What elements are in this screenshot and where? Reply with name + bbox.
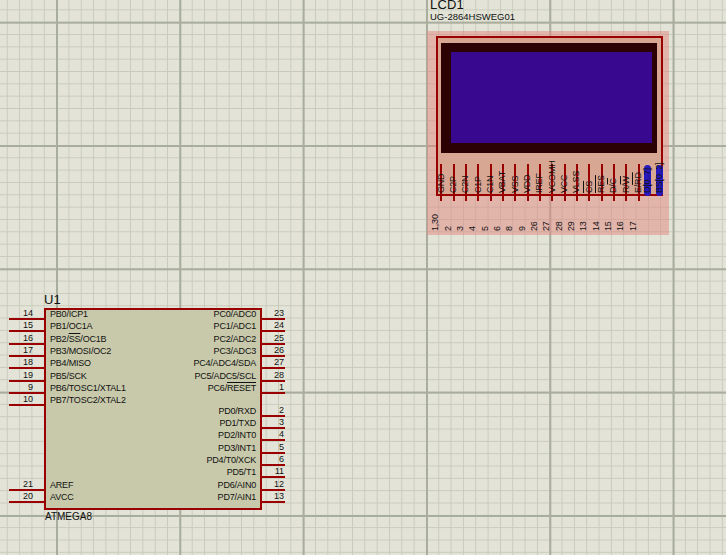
text-segment: C2N — [460, 176, 470, 193]
lcd-pin-number: 15 — [604, 221, 613, 231]
lcd-pin-number: 5 — [481, 226, 490, 231]
lcd-pin-name: VCOMH — [548, 161, 557, 194]
text-segment: VSS — [510, 176, 520, 193]
lcd-pin-number: 4 — [468, 226, 477, 231]
lcd-pin-name: C1N — [486, 176, 495, 193]
mcu-pin-name: PD7/AIN1 — [69, 492, 256, 503]
lcd-pin-number: 6 — [493, 226, 502, 231]
text-segment: PC1/ADC1 — [214, 321, 256, 331]
lcd-pin-name: C2P — [449, 176, 458, 193]
text-segment: PB2/ — [50, 334, 69, 344]
text-segment: PC0/ADC0 — [214, 309, 256, 319]
lcd-pin-name: VCC — [560, 175, 569, 193]
lcd-pin-name: GND — [437, 174, 446, 193]
text-segment: PC4/ADC4/SDA — [193, 358, 256, 368]
mcu-pin-number: 10 — [11, 394, 33, 404]
mcu-pin-line[interactable] — [262, 392, 285, 394]
overline-segment: CS — [584, 181, 594, 193]
text-segment: IREF — [534, 173, 544, 193]
text-segment: PC6/ — [208, 383, 227, 393]
overline-segment: W — [621, 176, 631, 184]
lcd-pin-number: 1,30 — [431, 214, 440, 231]
text-segment: PB7/TOSC2/XTAL2 — [50, 395, 126, 405]
mcu-pin-name: PD1/TXD — [69, 418, 256, 429]
lcd-pin-number: 13 — [579, 221, 588, 231]
mcu-pin-number: 18 — [11, 357, 33, 367]
lcd-pin-area: GND1,30C2P2C2N3C1P4C1N5VBAT6VSS8VDD9IREF… — [427, 0, 669, 236]
lcd1-component[interactable]: LCD1 UG-2864HSWEG01 GND1,30C2P2C2N3C1P4C… — [427, 0, 669, 236]
mcu-pin-number: 1 — [262, 382, 284, 392]
mcu-pin-name: PD4/T0/XCK — [69, 455, 256, 466]
mcu-pin-number: 15 — [11, 320, 33, 330]
mcu-pin-number: 28 — [262, 370, 284, 380]
mcu-pin-number: 17 — [11, 345, 33, 355]
mcu-pin-name: PC6/RESET — [69, 383, 256, 394]
lcd-pin-name: D/C — [609, 178, 618, 193]
lcd-pin-name: CS — [585, 181, 594, 193]
mcu-pin-name: PD3/INT1 — [69, 443, 256, 454]
text-segment: VDD — [522, 175, 532, 193]
mcu-pin-number: 20 — [11, 491, 33, 501]
mcu-pin-number: 4 — [262, 429, 284, 439]
text-segment: VBAT — [497, 171, 507, 193]
mcu-pin-number: 3 — [262, 417, 284, 427]
text-segment: C2P — [448, 176, 458, 193]
mcu-pin-number: 2 — [262, 405, 284, 415]
text-segment: PD6/AIN0 — [218, 480, 256, 490]
overline-segment: RESET — [227, 383, 256, 393]
text-segment: PD3/INT1 — [218, 443, 256, 453]
text-segment: VCC — [559, 175, 569, 193]
mcu-pin-number: 16 — [11, 333, 33, 343]
mcu-pin-number: 27 — [262, 357, 284, 367]
lcd-pin-number: 28 — [555, 221, 564, 231]
mcu-pin-line[interactable] — [262, 501, 285, 503]
lcd-pin-name: VSS — [511, 176, 520, 193]
mcu-pin-line[interactable] — [9, 501, 44, 503]
mcu-pin-number: 5 — [262, 442, 284, 452]
lcd-pin-number: 3 — [456, 226, 465, 231]
mcu-pin-name: PD0/RXD — [69, 406, 256, 417]
lcd-pin-name: VLSS — [572, 171, 581, 193]
mcu-pin-number: 24 — [262, 320, 284, 330]
text-segment: PD0/RXD — [218, 406, 256, 416]
text-segment: D/ — [608, 184, 618, 193]
text-segment: PD1/TXD — [219, 418, 256, 428]
mcu-pin-name: PD5/T1 — [69, 467, 256, 478]
mcu-pin-area: 14PB0/ICP115PB1/OC1A16PB2/SS/OC1B17PB3/M… — [9, 293, 294, 528]
lcd-pin-number: 8 — [505, 226, 514, 231]
bus-label: D[0..7] — [643, 168, 652, 193]
schematic-canvas[interactable]: LCD1 UG-2864HSWEG01 GND1,30C2P2C2N3C1P4C… — [0, 0, 726, 555]
lcd-pin-number: 16 — [616, 221, 625, 231]
mcu-pin-name: PC1/ADC1 — [69, 321, 256, 332]
text-segment: C1P — [473, 176, 483, 193]
lcd-pin-name: VBAT — [498, 171, 507, 193]
u1-component[interactable]: U1 ATMEGA8 14PB0/ICP115PB1/OC1A16PB2/SS/… — [9, 293, 294, 528]
lcd-pin-name: C2N — [461, 176, 470, 193]
lcd-pin-name: RES — [597, 175, 606, 193]
lcd-pin-number: 17 — [629, 221, 638, 231]
lcd-pin-name: R/W — [622, 176, 631, 193]
text-segment: PC5/ADC5/SCL — [194, 371, 256, 381]
mcu-pin-name: PC4/ADC4/SDA — [69, 358, 256, 369]
lcd-pin-name: IREF — [535, 173, 544, 193]
lcd-pin-name: VDD — [523, 175, 532, 193]
text-segment: PD5/T1 — [227, 467, 256, 477]
text-segment: PC3/ADC3 — [214, 346, 256, 356]
text-segment: C1N — [485, 176, 495, 193]
overline-segment: RES — [596, 175, 606, 193]
mcu-pin-number: 9 — [11, 382, 33, 392]
mcu-pin-name: PC3/ADC3 — [69, 346, 256, 357]
lcd-pin-number: 29 — [567, 221, 576, 231]
lcd-pin-number: 2 — [444, 226, 453, 231]
text-segment: PC2/ADC2 — [214, 334, 256, 344]
lcd-pin-number: 27 — [542, 221, 551, 231]
lcd-pin-number: 26 — [530, 221, 539, 231]
text-segment: PD7/AIN1 — [218, 492, 256, 502]
mcu-pin-number: 21 — [11, 479, 33, 489]
mcu-pin-line[interactable] — [9, 404, 44, 406]
mcu-pin-number: 12 — [262, 479, 284, 489]
mcu-pin-number: 13 — [262, 491, 284, 501]
lcd-pin-name: C1P — [474, 176, 483, 193]
mcu-pin-number: 11 — [262, 466, 284, 476]
mcu-pin-name: PC2/ADC2 — [69, 334, 256, 345]
